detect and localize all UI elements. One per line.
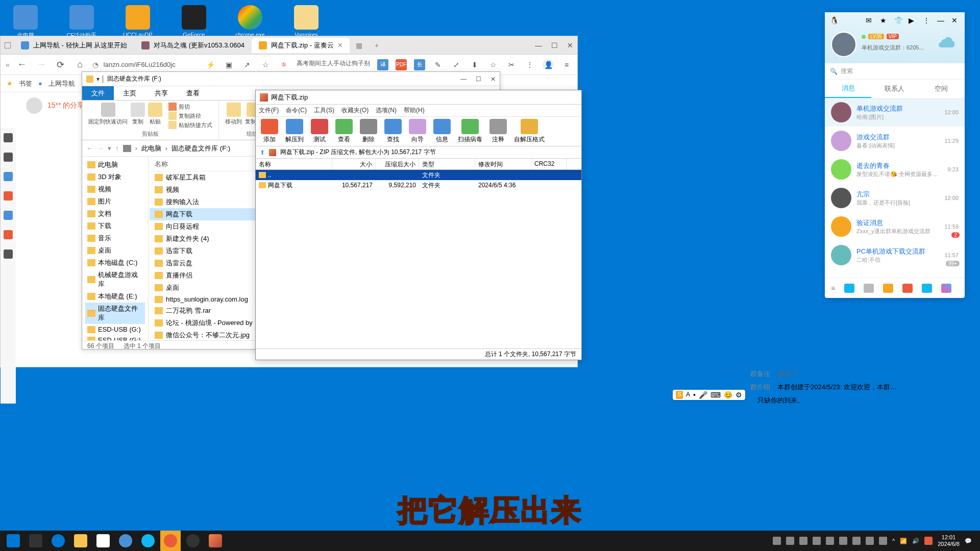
chat-item[interactable]: 单机游戏交流群哈南:[图片]12:00: [825, 98, 965, 127]
taskbar-app[interactable]: [205, 531, 226, 551]
sidebar-icon[interactable]: [4, 172, 13, 181]
tab-space[interactable]: 空间: [918, 80, 965, 98]
chat-item[interactable]: 游戏交流群暮春:[动画表情]11:29: [825, 127, 965, 155]
maximize-icon[interactable]: ☐: [476, 76, 481, 83]
sidebar-icon[interactable]: [4, 153, 13, 162]
extension-icon[interactable]: 长: [414, 59, 425, 70]
taskbar-app[interactable]: [138, 531, 158, 551]
toggle-sidebar-icon[interactable]: «: [6, 61, 10, 69]
extension-icon[interactable]: ⑤: [278, 59, 289, 70]
desktop-icon[interactable]: GeForce: [179, 5, 209, 39]
toolbar-button[interactable]: 添加: [261, 119, 278, 144]
nav-tree-item[interactable]: ESD-USB (G:): [85, 324, 145, 335]
extension-icon[interactable]: ↗: [241, 59, 253, 70]
copy-button[interactable]: 复制: [131, 103, 145, 129]
nav-tree-item[interactable]: 下载: [85, 220, 145, 232]
column-header[interactable]: 修改时间: [475, 159, 531, 169]
tray-icon[interactable]: [879, 537, 887, 545]
toolbar-button[interactable]: 查找: [384, 119, 402, 144]
sidebar-icon[interactable]: [4, 191, 13, 201]
toolbar-button[interactable]: 删除: [360, 119, 377, 144]
menu-item[interactable]: 选项(N): [376, 106, 397, 115]
desktop-icon[interactable]: CF活动助手: [66, 5, 97, 39]
search-input[interactable]: 🔍 搜索: [825, 63, 965, 80]
archive-row[interactable]: ..文件夹: [256, 170, 581, 180]
toolbar-button[interactable]: 自解压格式: [514, 119, 545, 144]
tab-messages[interactable]: 消息: [825, 80, 871, 98]
menu-item[interactable]: 帮助(H): [404, 106, 425, 115]
maximize-icon[interactable]: ☐: [551, 41, 558, 49]
toolbar-button[interactable]: 查看: [335, 119, 353, 144]
menu-item[interactable]: 工具(S): [314, 106, 334, 115]
toolbar-button[interactable]: 扫描病毒: [458, 119, 482, 144]
desktop-icon[interactable]: chrome.exe: [235, 5, 265, 39]
app-icon[interactable]: [902, 284, 913, 293]
app-icon[interactable]: [883, 284, 893, 293]
nav-tree-item[interactable]: 此电脑: [85, 159, 145, 171]
ribbon-tab-home[interactable]: 主页: [114, 86, 145, 100]
qq-logo-icon[interactable]: 🐧: [830, 16, 838, 24]
sidebar-icon[interactable]: [4, 211, 13, 220]
tray-icon[interactable]: [799, 537, 807, 545]
edit-remark[interactable]: 添加 ✎: [777, 369, 798, 379]
toolbar-button[interactable]: 向导: [409, 119, 426, 144]
tab-contacts[interactable]: 联系人: [871, 80, 918, 98]
reload-button[interactable]: ⟳: [54, 58, 68, 72]
desktop-icon[interactable]: 此电脑: [10, 5, 41, 39]
desktop-icon[interactable]: Vampires: [291, 5, 322, 39]
more-icon[interactable]: ⋮: [524, 59, 535, 70]
browser-tab[interactable]: 对马岛之魂 (更新v1053.3.0604: [134, 38, 252, 53]
tray-icon[interactable]: [786, 537, 794, 545]
search-button[interactable]: [26, 531, 46, 551]
nav-tree-item[interactable]: 机械硬盘游戏库: [85, 269, 145, 290]
toolbar-button[interactable]: 信息: [433, 119, 451, 144]
nav-tree-item[interactable]: 固态硬盘文件库: [85, 303, 145, 324]
nav-tree-item[interactable]: 桌面: [85, 244, 145, 257]
nav-tree-item[interactable]: 本地硬盘 (E:): [85, 290, 145, 303]
profile-icon[interactable]: 👤: [543, 59, 554, 70]
star-icon[interactable]: ★: [880, 16, 888, 24]
tray-expand-icon[interactable]: ^: [892, 538, 895, 544]
taskbar-app[interactable]: [93, 531, 113, 551]
chat-item[interactable]: 亢宗我靠，还是不行[捂脸]12:00: [825, 184, 965, 212]
extension-icon[interactable]: ☆: [260, 59, 271, 70]
nav-tree-item[interactable]: 文档: [85, 208, 145, 220]
toolbar-button[interactable]: 解压到: [285, 119, 304, 144]
paste-button[interactable]: 粘贴: [148, 103, 162, 129]
menu-item[interactable]: 收藏夹(O): [341, 106, 369, 115]
column-header[interactable]: 类型: [419, 159, 475, 169]
chat-item[interactable]: 验证消息Zxxx_y退出群单机游戏交流群11:592: [825, 212, 965, 241]
extension-icon[interactable]: PDF: [396, 59, 407, 70]
add-tab-button[interactable]: +: [369, 41, 385, 49]
nav-tree-item[interactable]: ESD-USB (G:): [85, 335, 145, 340]
screenshot-icon[interactable]: ✂: [506, 59, 517, 70]
contact-icon[interactable]: [844, 284, 854, 293]
notifications-icon[interactable]: 💬: [965, 538, 972, 544]
sidebar-icon[interactable]: [4, 230, 13, 239]
menu-icon[interactable]: ≡: [831, 284, 835, 292]
chat-item[interactable]: 逝去的青春发型凌乱不堪😘:全网资源最多的网站,9:23: [825, 155, 965, 184]
minimize-icon[interactable]: —: [937, 16, 945, 24]
tray-icon[interactable]: [826, 537, 834, 545]
nav-back-icon[interactable]: [86, 144, 93, 152]
menu-item[interactable]: 命令(C): [286, 106, 307, 115]
nav-forward-icon[interactable]: [97, 144, 104, 152]
column-header[interactable]: 压缩后大小: [376, 159, 419, 169]
mail-icon[interactable]: ✉: [866, 16, 874, 24]
bookmark-item[interactable]: 上网导航: [48, 79, 75, 88]
video-icon[interactable]: ▶: [909, 16, 917, 24]
nav-tree-item[interactable]: 3D 对象: [85, 171, 145, 183]
cloud-icon[interactable]: [937, 35, 958, 50]
extension-icon[interactable]: ⤢: [451, 59, 462, 70]
nav-tree-item[interactable]: 视频: [85, 183, 145, 195]
toolbar-button[interactable]: 注释: [489, 119, 507, 144]
app-icon[interactable]: [864, 284, 874, 293]
tray-icon[interactable]: [813, 537, 821, 545]
collapse-icon[interactable]: [5, 42, 11, 48]
tray-icon[interactable]: [839, 537, 847, 545]
nav-tree-item[interactable]: 图片: [85, 195, 145, 208]
tray-icon[interactable]: [852, 537, 861, 545]
more-icon[interactable]: ⋮: [923, 16, 931, 24]
extension-icon[interactable]: 译: [377, 59, 388, 70]
menu-item[interactable]: 文件(F): [259, 106, 279, 115]
